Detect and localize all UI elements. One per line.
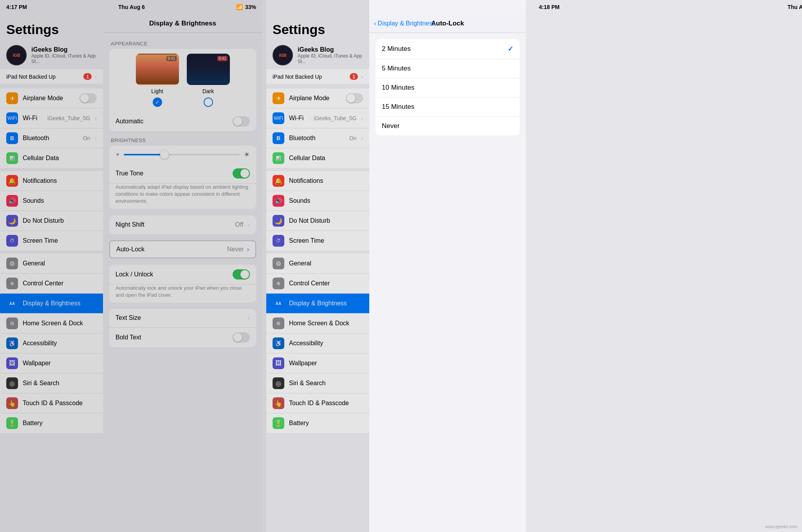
sidebar-right-touchid[interactable]: 👆 Touch ID & Passcode [266,393,369,413]
sidebar-item-touchid[interactable]: 👆 Touch ID & Passcode [0,393,103,413]
autolock-label: Auto-Lock [116,246,224,253]
autolock-option-5min[interactable]: 5 Minutes [376,59,520,78]
nav-back-label[interactable]: Display & Brightness [378,20,435,27]
label-airplane-r: Airplane Mode [289,95,341,102]
autolock-option-2min[interactable]: 2 Minutes ✓ [376,39,520,59]
sidebar-item-display[interactable]: AA Display & Brightness [0,294,103,314]
controlcenter-icon: ⊕ [6,278,18,289]
nav-back-autolock[interactable]: ‹ Display & Brightness [374,20,435,27]
sidebar-right-screentime[interactable]: ⏱ Screen Time [266,231,369,251]
sidebar-right-notifications[interactable]: 🔔 Notifications [266,171,369,191]
sidebar-item-screentime[interactable]: ⏱ Screen Time [0,231,103,251]
homescreen-icon: ⊞ [6,317,18,329]
light-mode-item[interactable]: 9:41 Light ✓ [136,54,179,107]
account-sub-left: Apple ID, iCloud, iTunes & App St... [31,53,97,64]
sidebar-right-battery[interactable]: 🔋 Battery [266,413,369,433]
wifi-icon: WiFi [6,112,18,124]
backup-text-right: iPad Not Backed Up [273,74,347,80]
notifications-icon-r: 🔔 [273,175,284,187]
autolock-row[interactable]: Auto-Lock Never › [109,240,256,258]
sidebar-right-general[interactable]: ⚙ General [266,254,369,274]
autolock-chevron: › [247,246,249,253]
bold-text-row[interactable]: Bold Text [109,328,256,347]
airplane-toggle-r[interactable] [346,93,363,103]
label-dnd-r: Do Not Disturb [289,217,363,224]
sidebar-item-general[interactable]: ⚙ General [0,254,103,274]
automatic-row[interactable]: Automatic [109,112,256,131]
settings-title-right: Settings [273,22,363,37]
sidebar-item-bluetooth[interactable]: B Bluetooth On › [0,128,103,148]
sidebar-right-cellular[interactable]: 📊 Cellular Data [266,148,369,168]
autolock-option-10min[interactable]: 10 Minutes [376,78,520,97]
label-bluetooth-r: Bluetooth [289,135,345,142]
dark-mode-item[interactable]: 9:41 Dark [187,54,230,107]
sidebar-item-battery[interactable]: 🔋 Battery [0,413,103,433]
sidebar-right: Settings iGB iGeeks Blog Apple ID, iClou… [266,0,369,532]
automatic-toggle[interactable] [233,116,250,126]
sidebar-item-accessibility[interactable]: ♿ Accessibility [0,334,103,353]
notifications-icon: 🔔 [6,175,18,187]
account-row-right[interactable]: iGB iGeeks Blog Apple ID, iCloud, iTunes… [266,41,369,69]
sidebar-item-controlcenter[interactable]: ⊕ Control Center [0,274,103,294]
sidebar-right-display[interactable]: AA Display & Brightness [266,294,369,314]
lock-unlock-toggle[interactable] [233,269,250,280]
autolock-option-15min[interactable]: 15 Minutes [376,97,520,117]
backup-row-right[interactable]: iPad Not Backed Up 1 › [266,69,369,84]
brightness-slider[interactable] [124,154,240,155]
sidebar-right-bluetooth[interactable]: B Bluetooth On › [266,128,369,148]
sidebar-item-airplane[interactable]: ✈ Airplane Mode [0,88,103,108]
light-mode-label: Light [151,88,163,94]
sidebar-right-accessibility[interactable]: ♿ Accessibility [266,334,369,353]
option-label-never: Never [382,122,513,130]
backup-badge-right: 1 [350,73,358,80]
sidebar-item-homescreen[interactable]: ⊞ Home Screen & Dock [0,314,103,334]
light-thumb: 9:41 [136,54,179,85]
sidebar-item-wifi[interactable]: WiFi Wi-Fi iGeeks_Tube_5G › [0,108,103,128]
sidebar-right-wallpaper[interactable]: 🖼 Wallpaper [266,353,369,373]
sidebar-item-cellular[interactable]: 📊 Cellular Data [0,148,103,168]
battery-icon: 🔋 [6,417,18,429]
sidebar-right-siri[interactable]: ◎ Siri & Search [266,373,369,393]
account-row-left[interactable]: iGB iGeeks Blog Apple ID, iCloud, iTunes… [0,41,103,69]
sidebar-item-wallpaper[interactable]: 🖼 Wallpaper [0,353,103,373]
light-check: ✓ [153,97,162,107]
sidebar-right-airplane[interactable]: ✈ Airplane Mode [266,88,369,108]
time-right: 4:18 PM [539,4,560,10]
bold-text-toggle[interactable] [233,332,250,343]
sidebar-right-dnd[interactable]: 🌙 Do Not Disturb [266,211,369,231]
airplane-toggle[interactable] [79,93,97,103]
backup-row-left[interactable]: iPad Not Backed Up 1 › [0,69,103,84]
label-accessibility-r: Accessibility [289,340,363,347]
bluetooth-value-r: On [349,135,357,141]
battery-icon-r: 🔋 [273,417,284,429]
general-icon: ⚙ [6,258,18,269]
sidebar-item-label-screentime: Screen Time [23,237,97,244]
autolock-option-never[interactable]: Never [376,117,520,135]
right-panel: 4:18 PM Thu Aug 6 📶 33% Settings iGB iGe… [266,0,802,532]
lock-unlock-row[interactable]: Lock / Unlock [109,265,256,285]
sidebar-right-sounds[interactable]: 🔊 Sounds [266,191,369,211]
true-tone-toggle[interactable] [233,168,250,179]
sidebar-right-homescreen[interactable]: ⊞ Home Screen & Dock [266,314,369,334]
battery-left: 33% [245,4,256,10]
sidebar-item-dnd[interactable]: 🌙 Do Not Disturb [0,211,103,231]
dark-mode-label: Dark [202,88,214,94]
display-icon-r: AA [273,298,284,309]
true-tone-row[interactable]: True Tone [109,164,256,184]
label-wallpaper-r: Wallpaper [289,360,363,367]
sidebar-item-label-touchid: Touch ID & Passcode [23,400,97,407]
night-shift-row[interactable]: Night Shift Off › [109,215,256,234]
sidebar-item-sounds[interactable]: 🔊 Sounds [0,191,103,211]
bluetooth-icon-r: B [273,132,284,144]
screentime-icon: ⏱ [6,235,18,247]
airplane-icon-r: ✈ [273,92,284,104]
sidebar-item-siri[interactable]: ◎ Siri & Search [0,373,103,393]
sidebar-item-notifications[interactable]: 🔔 Notifications [0,171,103,191]
text-size-row[interactable]: Text Size › [109,309,256,328]
nav-title-display: Display & Brightness [149,20,216,27]
date-left: Thu Aug 6 [118,4,145,10]
label-screentime-r: Screen Time [289,237,363,244]
controlcenter-icon-r: ⊕ [273,278,284,289]
sidebar-right-controlcenter[interactable]: ⊕ Control Center [266,274,369,294]
sidebar-right-wifi[interactable]: WiFi Wi-Fi iGeeks_Tube_5G › [266,108,369,128]
